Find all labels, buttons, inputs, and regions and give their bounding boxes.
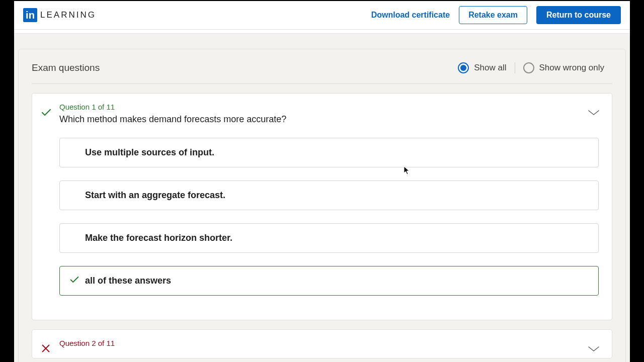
question-number: Question 2 of 11 xyxy=(59,339,599,347)
check-icon xyxy=(69,274,80,288)
question-card: Question 1 of 11 Which method makes dema… xyxy=(32,93,612,320)
panel-title: Exam questions xyxy=(32,62,100,73)
header-actions: Download certificate Retake exam Return … xyxy=(371,6,621,24)
radio-selected-icon xyxy=(458,62,469,73)
filter-show-all-label: Show all xyxy=(474,63,506,73)
answer-option-correct[interactable]: all of these answers xyxy=(59,266,599,296)
filter-show-wrong[interactable]: Show wrong only xyxy=(515,62,612,73)
logo-text: LEARNING xyxy=(40,10,96,20)
panel-header: Exam questions Show all Show wrong only xyxy=(32,62,612,84)
radio-unselected-icon xyxy=(523,62,534,73)
filter-show-wrong-label: Show wrong only xyxy=(539,63,604,73)
question-text: Which method makes demand forecasts more… xyxy=(59,114,599,125)
question-number: Question 1 of 11 xyxy=(59,103,599,111)
filter-show-all[interactable]: Show all xyxy=(450,62,514,73)
cross-icon xyxy=(40,343,52,355)
answer-text: all of these answers xyxy=(85,276,171,286)
retake-exam-button[interactable]: Retake exam xyxy=(459,6,527,24)
filter-radio-group: Show all Show wrong only xyxy=(450,62,612,73)
answer-option[interactable]: Make the forecast horizon shorter. xyxy=(59,223,599,253)
content-area: Exam questions Show all Show wrong only xyxy=(14,30,630,362)
chevron-down-icon[interactable] xyxy=(588,345,600,354)
check-icon xyxy=(40,107,52,119)
linkedin-logo-icon: in xyxy=(23,8,37,22)
chevron-down-icon[interactable] xyxy=(588,109,600,118)
return-to-course-button[interactable]: Return to course xyxy=(536,6,621,24)
app-header: in LEARNING Download certificate Retake … xyxy=(14,1,630,30)
question-header[interactable]: Question 2 of 11 xyxy=(40,339,599,355)
answer-list: Use multiple sources of input. Start wit… xyxy=(59,138,599,296)
download-certificate-link[interactable]: Download certificate xyxy=(371,11,450,20)
exam-panel: Exam questions Show all Show wrong only xyxy=(18,49,626,362)
logo[interactable]: in LEARNING xyxy=(23,8,96,22)
answer-option[interactable]: Use multiple sources of input. xyxy=(59,138,599,167)
answer-option[interactable]: Start with an aggregate forecast. xyxy=(59,180,599,210)
question-header[interactable]: Question 1 of 11 Which method makes dema… xyxy=(40,103,599,125)
question-card: Question 2 of 11 xyxy=(32,329,612,358)
